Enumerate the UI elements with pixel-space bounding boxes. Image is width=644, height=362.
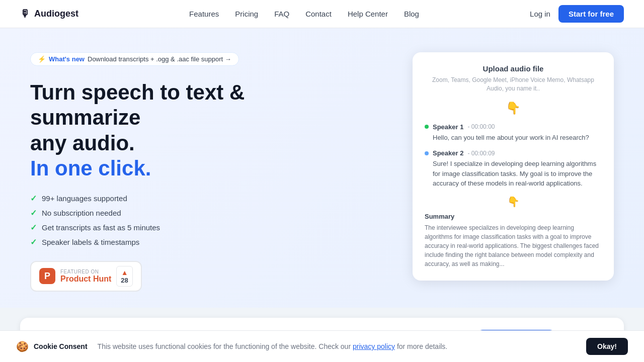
nav-links: Features Pricing FAQ Contact Help Center… — [189, 10, 419, 18]
navbar: 🎙 Audiogest Features Pricing FAQ Contact… — [0, 0, 644, 28]
summary-title: Summary — [425, 213, 602, 220]
feature-text-1: 99+ languages supported — [42, 194, 127, 203]
speaker-2-name: Speaker 2 — [433, 149, 463, 157]
badge-text: Download transcripts + .ogg & .aac file … — [88, 55, 231, 63]
logo[interactable]: 🎙 Audiogest — [20, 8, 78, 20]
feature-2: ✓ No subscription needed — [30, 208, 302, 218]
hero-features-list: ✓ 99+ languages supported ✓ No subscript… — [30, 194, 302, 247]
card-title: Upload audio file — [425, 64, 602, 73]
feature-3: ✓ Get transcripts as fast as 5 minutes — [30, 223, 302, 232]
card-divider-emoji: 👇 — [425, 196, 602, 208]
speaker-1-time: - 00:00:00 — [467, 123, 495, 130]
speaker-2-header: Speaker 2 - 00:00:09 — [425, 149, 602, 157]
speaker-1-name: Speaker 1 — [433, 123, 463, 131]
speaker-2-block: Speaker 2 - 00:00:09 Sure! I specialize … — [425, 149, 602, 189]
product-hunt-badge[interactable]: P FEATURED ON Product Hunt ▲ 28 — [30, 261, 142, 292]
feature-4: ✓ Speaker labels & timestamps — [30, 237, 302, 247]
whats-new-badge[interactable]: ⚡ What's new Download transcripts + .ogg… — [30, 52, 239, 66]
speaker-2-dot — [425, 151, 429, 155]
summary-text: The interviewee specializes in developin… — [425, 223, 602, 268]
hero-title-line2: any audio. — [30, 131, 135, 155]
login-button[interactable]: Log in — [530, 10, 550, 18]
nav-link-pricing[interactable]: Pricing — [235, 10, 258, 18]
start-free-button[interactable]: Start for free — [558, 5, 624, 23]
speaker-1-dot — [425, 125, 429, 129]
speaker-1-header: Speaker 1 - 00:00:00 — [425, 123, 602, 131]
cookie-left: 🍪 Cookie Consent This website uses funct… — [16, 340, 586, 352]
ph-votes: ▲ 28 — [116, 266, 132, 287]
feature-1: ✓ 99+ languages supported — [30, 194, 302, 203]
hero-left: ⚡ What's new Download transcripts + .ogg… — [30, 52, 302, 292]
hero-title-line1: Turn speech to text & summarize — [30, 80, 245, 129]
feature-text-3: Get transcripts as fast as 5 minutes — [42, 223, 160, 232]
speaker-1-text: Hello, can you tell me about your work i… — [425, 133, 602, 143]
cookie-text: This website uses functional cookies for… — [98, 342, 448, 350]
hero-title-blue: In one click. — [30, 156, 302, 181]
nav-link-blog[interactable]: Blog — [404, 10, 419, 18]
speaker-2-text: Sure! I specialize in developing deep le… — [425, 159, 602, 189]
nav-actions: Log in Start for free — [530, 5, 624, 23]
audio-card: Upload audio file Zoom, Teams, Google Me… — [413, 52, 614, 281]
hero-section: ⚡ What's new Download transcripts + .ogg… — [0, 28, 644, 308]
cookie-banner: 🍪 Cookie Consent This website uses funct… — [0, 330, 644, 362]
nav-link-faq[interactable]: FAQ — [274, 10, 289, 18]
speaker-2-time: - 00:00:09 — [467, 150, 495, 157]
cookie-title: Cookie Consent — [34, 342, 88, 350]
speaker-1-block: Speaker 1 - 00:00:00 Hello, can you tell… — [425, 123, 602, 143]
upload-icon: 👇 — [425, 101, 602, 115]
product-hunt-icon: P — [39, 268, 55, 284]
badge-label: What's new — [49, 55, 85, 63]
badge-icon: ⚡ — [38, 55, 46, 63]
nav-link-features[interactable]: Features — [189, 10, 219, 18]
ph-votes-arrow: ▲ — [121, 268, 128, 277]
ph-featured-on-label: FEATURED ON — [60, 269, 111, 275]
check-icon-3: ✓ — [30, 223, 37, 232]
logo-text: Audiogest — [34, 9, 78, 19]
card-subtitle: Zoom, Teams, Google Meet, iPhone Voice M… — [425, 76, 602, 93]
ph-name: Product Hunt — [60, 275, 111, 284]
hero-title: Turn speech to text & summarize any audi… — [30, 80, 302, 182]
logo-icon: 🎙 — [20, 8, 30, 20]
cookie-ok-button[interactable]: Okay! — [586, 338, 628, 355]
summary-block: Summary The interviewee specializes in d… — [425, 213, 602, 268]
nav-link-help[interactable]: Help Center — [348, 10, 388, 18]
nav-link-contact[interactable]: Contact — [305, 10, 332, 18]
cookie-icon: 🍪 — [16, 340, 29, 352]
cookie-text-end: for more details. — [397, 342, 447, 350]
check-icon-1: ✓ — [30, 194, 37, 203]
ph-text-block: FEATURED ON Product Hunt — [60, 269, 111, 284]
ph-votes-count: 28 — [121, 277, 128, 284]
feature-text-2: No subscription needed — [42, 209, 121, 217]
privacy-policy-link[interactable]: privacy policy — [353, 342, 395, 350]
feature-text-4: Speaker labels & timestamps — [42, 238, 139, 246]
check-icon-2: ✓ — [30, 208, 37, 218]
cookie-text-start: This website uses functional cookies for… — [98, 342, 353, 350]
check-icon-4: ✓ — [30, 237, 37, 247]
